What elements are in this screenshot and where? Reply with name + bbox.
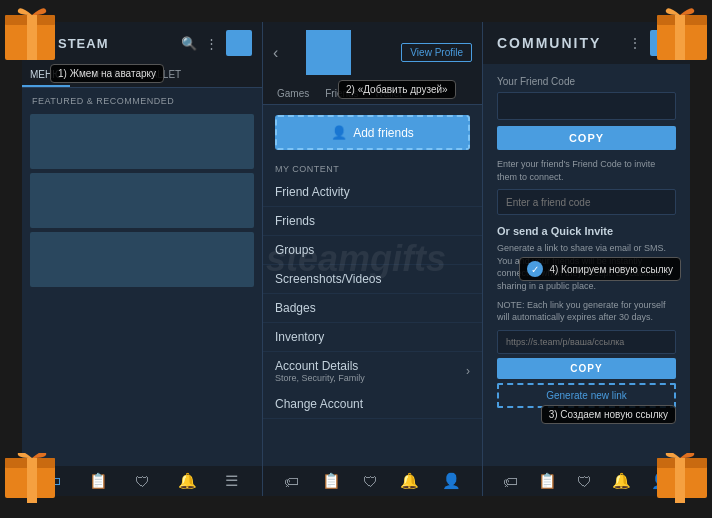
bell-icon-right[interactable]: 🔔: [612, 472, 631, 490]
view-profile-button[interactable]: View Profile: [401, 43, 472, 62]
svg-rect-8: [27, 458, 37, 503]
quick-invite-section: Generate a link to share via email or SM…: [497, 242, 676, 292]
quick-invite-link-input[interactable]: [497, 330, 676, 354]
svg-rect-5: [675, 15, 685, 60]
menu-item-groups[interactable]: Groups: [263, 236, 482, 265]
annotation-4: ✓ 4) Копируем новую ссылку: [519, 257, 681, 281]
user-icon-mid[interactable]: 👤: [442, 472, 461, 490]
shield-icon-right[interactable]: 🛡: [577, 473, 592, 490]
shield-icon-mid[interactable]: 🛡: [363, 473, 378, 490]
tag-icon-mid[interactable]: 🏷: [284, 473, 299, 490]
bell-icon[interactable]: 🔔: [178, 472, 197, 490]
quick-invite-label: Or send a Quick Invite: [497, 225, 676, 237]
account-details-sub: Store, Security, Family: [275, 373, 365, 383]
annotation-1: 1) Жмем на аватарку: [50, 64, 164, 83]
left-panel: STEAM 🔍 ⋮ 1) Жмем на аватарку МЕНЮ WISHL…: [22, 22, 262, 496]
list-icon-right[interactable]: 📋: [538, 472, 557, 490]
chevron-right-icon: ›: [466, 364, 470, 378]
copy-friend-code-button[interactable]: COPY: [497, 126, 676, 150]
menu-item-badges[interactable]: Badges: [263, 294, 482, 323]
featured-items-list: [22, 110, 262, 291]
friend-code-input[interactable]: [497, 92, 676, 120]
featured-item[interactable]: [30, 232, 254, 287]
menu-item-friend-activity[interactable]: Friend Activity: [263, 178, 482, 207]
annotation-2: 2) «Добавить друзей»: [338, 80, 456, 99]
tag-icon-right[interactable]: 🏷: [503, 473, 518, 490]
user-avatar-small[interactable]: [226, 30, 252, 56]
svg-rect-11: [675, 458, 685, 503]
bell-icon-mid[interactable]: 🔔: [400, 472, 419, 490]
menu-item-inventory[interactable]: Inventory: [263, 323, 482, 352]
add-friends-icon: 👤: [331, 125, 347, 140]
menu-dots-icon[interactable]: ⋮: [205, 36, 218, 51]
generate-new-link-button[interactable]: Generate new link: [497, 383, 676, 408]
hamburger-icon[interactable]: ☰: [225, 472, 238, 490]
left-panel-content: FEATURED & RECOMMENDED: [22, 88, 262, 466]
middle-header: ‹ View Profile: [263, 22, 482, 83]
svg-rect-2: [27, 15, 37, 60]
featured-item[interactable]: [30, 173, 254, 228]
profile-avatar[interactable]: [306, 30, 351, 75]
my-content-label: MY CONTENT: [263, 160, 482, 178]
friend-code-label: Your Friend Code: [497, 76, 676, 87]
middle-bottom-bar: 🏷 📋 🛡 🔔 👤: [263, 466, 482, 496]
expire-text: NOTE: Each link you generate for yoursel…: [497, 299, 676, 324]
gift-corner-tr: [647, 0, 712, 65]
back-arrow-icon[interactable]: ‹: [273, 44, 278, 62]
community-menu-icon[interactable]: ⋮: [628, 35, 642, 51]
annotation-3: 3) Создаем новую ссылку: [541, 405, 676, 424]
gift-corner-br: [647, 453, 712, 518]
middle-panel: ‹ View Profile 2) «Добавить друзей» Game…: [262, 22, 482, 496]
tab-games[interactable]: Games: [273, 83, 313, 104]
check-circle-icon: ✓: [527, 261, 543, 277]
menu-item-account-details[interactable]: Account Details Store, Security, Family …: [263, 352, 482, 390]
enter-friend-code-input[interactable]: [497, 189, 676, 215]
featured-label: FEATURED & RECOMMENDED: [22, 88, 262, 110]
app-container: steamgifts STEAM 🔍 ⋮ 1) Жмем на аватарку: [22, 22, 690, 496]
account-details-label: Account Details: [275, 359, 365, 373]
gift-corner-tl: [0, 0, 65, 65]
list-icon[interactable]: 📋: [89, 472, 108, 490]
add-friends-button[interactable]: 👤 Add friends: [275, 115, 470, 150]
menu-item-change-account[interactable]: Change Account: [263, 390, 482, 419]
gift-corner-bl: [0, 453, 65, 518]
steam-logo-text: STEAM: [58, 36, 109, 51]
menu-item-friends[interactable]: Friends: [263, 207, 482, 236]
featured-item[interactable]: [30, 114, 254, 169]
shield-icon[interactable]: 🛡: [135, 473, 150, 490]
community-title: COMMUNITY: [497, 35, 601, 51]
list-icon-mid[interactable]: 📋: [322, 472, 341, 490]
add-friends-label: Add friends: [353, 126, 414, 140]
search-icon[interactable]: 🔍: [181, 36, 197, 51]
right-panel: COMMUNITY ⋮ Your Friend Code COPY Enter …: [482, 22, 690, 496]
friend-code-helper-text: Enter your friend's Friend Code to invit…: [497, 158, 676, 183]
community-content: Your Friend Code COPY Enter your friend'…: [483, 64, 690, 466]
copy-link-button[interactable]: COPY: [497, 358, 676, 379]
menu-item-screenshots[interactable]: Screenshots/Videos: [263, 265, 482, 294]
